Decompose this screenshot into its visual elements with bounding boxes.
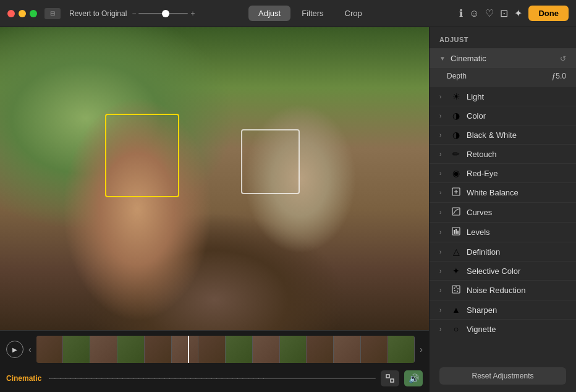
section-whitebalance[interactable]: › White Balance <box>430 182 576 202</box>
share-icon[interactable]: ⊡ <box>500 7 508 19</box>
traffic-lights <box>7 10 37 17</box>
chevron-right-icon: › <box>439 151 446 158</box>
film-frame <box>361 336 388 363</box>
film-frame <box>388 336 415 363</box>
svg-rect-1 <box>391 379 394 382</box>
magic-icon[interactable]: ✦ <box>514 7 522 19</box>
depth-label: Depth <box>447 72 552 80</box>
revert-button[interactable]: Revert to Original <box>69 9 127 18</box>
film-frame <box>198 336 226 363</box>
fullscreen-button[interactable] <box>30 10 37 17</box>
play-button[interactable]: ▶ <box>6 341 23 358</box>
sidebar-toggle[interactable]: ⊟ <box>44 8 61 19</box>
levels-icon <box>451 227 462 237</box>
section-vignette[interactable]: › ○ Vignette <box>430 319 576 338</box>
svg-point-10 <box>455 286 457 288</box>
right-panel: ADJUST ▼ Cinematic ↺ Depth ƒ5.0 › ☀ Ligh… <box>429 27 576 392</box>
film-frame <box>90 336 117 363</box>
chevron-right-icon: › <box>439 113 446 119</box>
next-frame-button[interactable]: › <box>420 344 423 354</box>
svg-rect-0 <box>386 375 389 378</box>
tab-crop[interactable]: Crop <box>335 6 372 21</box>
section-redeye[interactable]: › ◉ Red-Eye <box>430 163 576 182</box>
svg-point-11 <box>457 288 459 289</box>
film-frame <box>226 336 253 363</box>
reset-adjustments-button[interactable]: Reset Adjustments <box>439 367 566 385</box>
video-area: ▶ ‹ <box>0 27 429 392</box>
section-retouch[interactable]: › ✏ Retouch <box>430 144 576 163</box>
sharpen-icon: ▲ <box>451 305 462 315</box>
section-bw[interactable]: › ◑ Black & White <box>430 125 576 144</box>
cinematic-mode-label: Cinematic <box>6 374 41 383</box>
chevron-right-icon: › <box>439 268 446 275</box>
exposure-slider[interactable] <box>138 13 188 14</box>
curves-label: Curves <box>467 208 566 217</box>
section-levels[interactable]: › Levels <box>430 222 576 242</box>
cinematic-undo-icon[interactable]: ↺ <box>560 54 566 63</box>
svg-rect-7 <box>457 231 459 234</box>
chevron-right-icon: › <box>439 287 446 294</box>
section-curves[interactable]: › Curves <box>430 202 576 222</box>
timeline-controls: ▶ ‹ <box>0 331 429 368</box>
tab-adjust[interactable]: Adjust <box>248 6 290 21</box>
curves-icon <box>451 207 462 218</box>
fullscreen-video-button[interactable] <box>381 370 399 386</box>
info-icon[interactable]: ℹ <box>459 7 463 19</box>
chevron-right-icon: › <box>439 307 446 313</box>
filmstrip[interactable] <box>36 336 415 363</box>
close-button[interactable] <box>7 10 15 17</box>
chevron-right-icon: › <box>439 249 446 255</box>
film-frame <box>307 336 334 363</box>
face-box-secondary[interactable] <box>241 129 300 194</box>
vignette-label: Vignette <box>467 325 566 334</box>
face-box-primary[interactable] <box>105 114 179 197</box>
svg-rect-5 <box>454 230 455 234</box>
tab-group: Adjust Filters Crop <box>248 6 372 21</box>
levels-label: Levels <box>467 228 566 237</box>
section-selective-color[interactable]: › ✦ Selective Color <box>430 261 576 280</box>
bw-icon: ◑ <box>451 130 462 140</box>
photo-background <box>0 27 429 330</box>
timeline-area: ▶ ‹ <box>0 330 429 392</box>
retouch-icon: ✏ <box>451 149 462 159</box>
tab-filters[interactable]: Filters <box>292 6 333 21</box>
section-light[interactable]: › ☀ Light <box>430 87 576 106</box>
minimize-button[interactable] <box>19 10 26 17</box>
slider-plus-icon: + <box>190 9 195 18</box>
main-content: ▶ ‹ <box>0 27 576 392</box>
adjust-items-list: › ☀ Light › ◑ Color › ◑ Black & White › … <box>430 87 576 338</box>
selective-color-icon: ✦ <box>451 266 462 276</box>
section-color[interactable]: › ◑ Color <box>430 106 576 125</box>
film-frame <box>117 336 145 363</box>
color-label: Color <box>467 111 566 121</box>
window-controls: ⊟ <box>44 8 61 19</box>
sound-button[interactable]: 🔊 <box>404 370 423 386</box>
playhead[interactable] <box>188 336 189 363</box>
slider-thumb[interactable] <box>162 10 169 17</box>
section-noise-reduction[interactable]: › Noise Reduction <box>430 280 576 300</box>
cinematic-section-header[interactable]: ▼ Cinematic ↺ <box>430 49 576 68</box>
section-sharpen[interactable]: › ▲ Sharpen <box>430 300 576 319</box>
film-frame <box>63 336 90 363</box>
chevron-right-icon: › <box>439 209 446 216</box>
done-button[interactable]: Done <box>528 6 569 21</box>
chevron-right-icon: › <box>439 229 446 236</box>
emoji-icon[interactable]: ☺ <box>469 8 479 19</box>
light-label: Light <box>467 92 566 101</box>
heart-icon[interactable]: ♡ <box>485 7 494 19</box>
selective-color-label: Selective Color <box>467 266 566 276</box>
prev-frame-button[interactable]: ‹ <box>28 344 32 354</box>
noise-reduction-label: Noise Reduction <box>467 286 566 295</box>
toolbar-right: ℹ ☺ ♡ ⊡ ✦ Done <box>459 6 569 21</box>
redeye-icon: ◉ <box>451 168 462 178</box>
exposure-slider-area: − + <box>132 9 195 18</box>
chevron-right-icon: › <box>439 93 446 100</box>
section-definition[interactable]: › △ Definition <box>430 242 576 261</box>
film-frame <box>334 336 361 363</box>
titlebar: ⊟ Revert to Original − + Adjust Filters … <box>0 0 576 27</box>
cinematic-chevron-icon: ▼ <box>439 55 446 62</box>
svg-point-13 <box>457 291 458 292</box>
film-frame <box>253 336 280 363</box>
slider-minus-icon: − <box>132 9 136 18</box>
chevron-right-icon: › <box>439 189 446 196</box>
